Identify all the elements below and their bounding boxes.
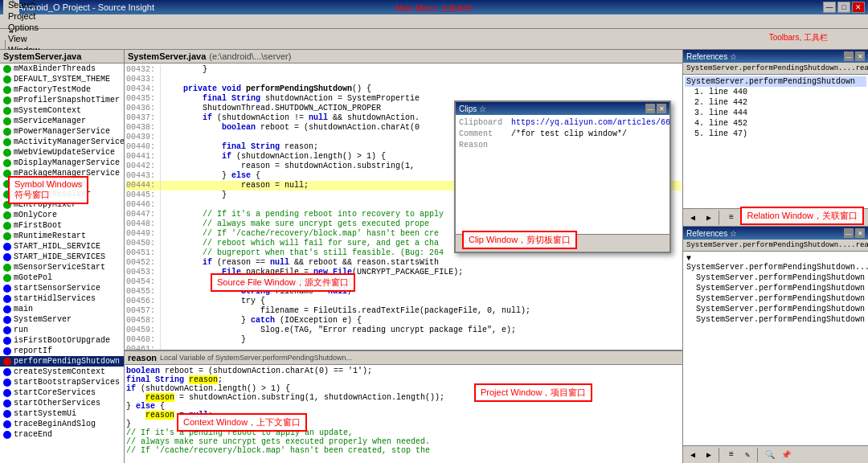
ref2-pin-btn[interactable]: 📌 xyxy=(778,447,794,463)
symbol-list-item[interactable]: traceEnd xyxy=(0,429,124,440)
symbol-dot xyxy=(3,222,11,230)
symbol-list-item[interactable]: START_HIDE_SERVICES xyxy=(0,252,124,262)
ref2-fwd-btn[interactable]: ▶ xyxy=(701,447,717,463)
symbol-list-item[interactable]: mFirstBoot xyxy=(0,220,124,231)
symbol-label: SystemServer xyxy=(14,315,72,324)
symbol-label: isFirstBootOrUpgrade xyxy=(14,336,110,345)
minimize-button[interactable]: — xyxy=(823,2,836,13)
symbol-list-item[interactable]: mContentResolver xyxy=(0,189,124,199)
ref2-item[interactable]: SystemServer.performPendingShutdown xyxy=(685,304,866,314)
symbol-list-item[interactable]: run xyxy=(0,325,124,335)
symbol-list-item[interactable]: mSystemContext xyxy=(0,105,124,116)
symbol-list-item[interactable]: mGotePol xyxy=(0,272,124,283)
ref2-minimize[interactable]: — xyxy=(844,228,854,238)
symbol-list-item[interactable]: mRuntimeRestart xyxy=(0,231,124,241)
context-code[interactable]: boolean reboot = (shutdownAction.charAt(… xyxy=(125,365,682,463)
ref2-item[interactable]: SystemServer.performPendingShutdown xyxy=(685,293,866,304)
symbol-label: START_HIDE_SERVICES xyxy=(14,252,105,261)
ref-minimize[interactable]: — xyxy=(844,51,854,61)
symbol-list-item[interactable]: mWebViewUpdateService xyxy=(0,147,124,158)
symbol-list-item[interactable]: mDisplayManagerService xyxy=(0,158,124,168)
menu-item-search[interactable]: Search xyxy=(3,0,44,10)
symbol-list-item[interactable]: traceBeginAndSlog xyxy=(0,419,124,429)
symbol-list-item[interactable]: mPackageManagerService xyxy=(0,168,124,178)
ref2-item[interactable]: SystemServer.performPendingShutdown xyxy=(685,283,866,293)
line-number: 00449: xyxy=(126,229,161,239)
code-line: 00453: File packageFile = new File(UNCRY… xyxy=(126,268,681,277)
ref2-item[interactable]: ▼ SystemServer.performPendingShutdown...… xyxy=(685,253,866,272)
symbol-list-item[interactable]: mProfilerSnapshotTimer xyxy=(0,95,124,105)
symbol-list-item[interactable]: mSensorServiceStart xyxy=(0,262,124,272)
ref2-item[interactable]: SystemServer.performPendingShutdown xyxy=(685,272,866,283)
ref-item[interactable]: 3. line 444 xyxy=(685,108,866,118)
ref-item[interactable]: SystemServer.performPendingShutdown xyxy=(685,76,866,87)
symbol-list-item[interactable]: startBootstrapServices xyxy=(0,377,124,387)
symbol-list-item[interactable]: startOtherServices xyxy=(0,398,124,408)
ref2-search-btn[interactable]: 🔍 xyxy=(762,447,778,463)
symbol-list-item[interactable]: performPendingShutdown xyxy=(0,356,124,367)
menu-item-project[interactable]: Project xyxy=(3,10,44,22)
ref-pin-btn[interactable]: 📌 xyxy=(778,210,794,226)
ref-close[interactable]: ✕ xyxy=(855,51,865,61)
code-line: 00454: if (packageFile.exists()) { xyxy=(126,277,681,287)
ref2-item[interactable]: SystemServer.performPendingShutdown xyxy=(685,314,866,325)
clips-minimize[interactable]: — xyxy=(645,104,655,113)
symbol-dot xyxy=(3,420,11,428)
line-number: 00443: xyxy=(126,171,161,181)
ref-item[interactable]: 1. line 440 xyxy=(685,87,866,97)
clips-add-btn[interactable]: + xyxy=(457,236,473,252)
context-code-line: reason = shutdownAction.substring(1, shu… xyxy=(126,393,681,402)
clips-close[interactable]: ✕ xyxy=(657,104,666,113)
line-number: 00453: xyxy=(126,268,161,277)
symbol-list-item[interactable]: reportIf xyxy=(0,346,124,356)
ref-item[interactable]: 4. line 452 xyxy=(685,118,866,129)
symbol-list-item[interactable]: startCoreServices xyxy=(0,387,124,398)
symbol-list-item[interactable]: mOnlyCore xyxy=(0,210,124,220)
ref-item[interactable]: 2. line 442 xyxy=(685,97,866,108)
ref-list-btn[interactable]: ≡ xyxy=(723,210,739,226)
symbol-list[interactable]: mMaxBinderThreadsDEFAULT_SYSTEM_THEMEmFa… xyxy=(0,64,124,463)
symbol-list-item[interactable]: mPowerManagerService xyxy=(0,126,124,137)
ref2-edit-btn[interactable]: ✎ xyxy=(739,447,755,463)
clips-edit-btn[interactable]: ✎ xyxy=(489,236,506,252)
symbol-list-item[interactable]: mEntropyMixer xyxy=(0,199,124,210)
symbol-dot xyxy=(3,305,11,313)
symbol-list-item[interactable]: startHidlServices xyxy=(0,293,124,304)
symbol-list-item[interactable]: mPackageManager xyxy=(0,178,124,189)
menu-item-view[interactable]: View xyxy=(3,33,44,44)
line-code: filename = FileUtils.readTextFile(packag… xyxy=(164,306,681,316)
menu-item-options[interactable]: Options xyxy=(3,22,44,33)
line-code: } xyxy=(164,335,681,345)
ref-top-toolbar: ◀ ▶ ≡ ✎ 🔍 📌 xyxy=(683,208,868,226)
symbol-list-item[interactable]: isFirstBootOrUpgrade xyxy=(0,335,124,346)
ref-search-btn[interactable]: 🔍 xyxy=(762,210,778,226)
symbol-list-item[interactable]: mFactoryTestMode xyxy=(0,84,124,95)
symbol-list-item[interactable]: createSystemContext xyxy=(0,367,124,377)
ref-back-btn[interactable]: ◀ xyxy=(685,210,701,226)
symbol-list-item[interactable]: main xyxy=(0,304,124,314)
maximize-button[interactable]: □ xyxy=(837,2,850,13)
references-bottom-content[interactable]: ▼ SystemServer.performPendingShutdown...… xyxy=(683,252,868,445)
line-number: 00450: xyxy=(126,239,161,248)
ref-fwd-btn[interactable]: ▶ xyxy=(701,210,717,226)
symbol-list-item[interactable]: mServiceManager xyxy=(0,116,124,126)
symbol-list-item[interactable]: SystemServer xyxy=(0,314,124,325)
symbol-label: reportIf xyxy=(14,346,52,355)
symbol-list-item[interactable]: startSensorService xyxy=(0,283,124,293)
ref2-list-btn[interactable]: ≡ xyxy=(723,447,739,463)
symbol-list-item[interactable]: mMaxBinderThreads xyxy=(0,64,124,74)
close-button[interactable]: ✕ xyxy=(852,2,865,13)
symbol-list-item[interactable]: startSystemUi xyxy=(0,408,124,419)
ref2-close[interactable]: ✕ xyxy=(855,228,865,238)
clips-del-btn[interactable]: − xyxy=(473,236,489,252)
ref-item[interactable]: 5. line 47) xyxy=(685,129,866,139)
references-top-content[interactable]: SystemServer.performPendingShutdown1. li… xyxy=(683,75,868,208)
symbol-list-item[interactable]: START_HIDL_SERVICE xyxy=(0,241,124,252)
ref2-back-btn[interactable]: ◀ xyxy=(685,447,701,463)
ref-edit-btn[interactable]: ✎ xyxy=(739,210,755,226)
clips-window: Clips ☆ — ✕ Clipboard https://yq.aliyun.… xyxy=(454,100,671,253)
symbol-list-item[interactable]: mActivityManagerService xyxy=(0,137,124,147)
context-subtitle: Local Variable of SystemServer.performPe… xyxy=(160,354,352,362)
symbol-list-item[interactable]: DEFAULT_SYSTEM_THEME xyxy=(0,74,124,84)
context-title-text: reason xyxy=(128,353,157,363)
